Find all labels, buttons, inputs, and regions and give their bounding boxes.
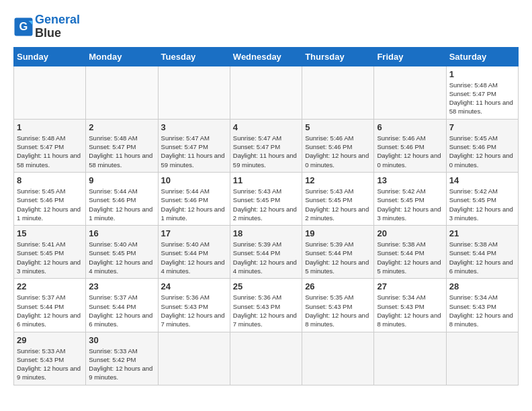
daylight-label: Daylight: 12 hours and 6 minutes. bbox=[17, 312, 81, 328]
day-info: Sunrise: 5:33 AM Sunset: 5:43 PM Dayligh… bbox=[17, 347, 83, 382]
calendar-day-cell: 11 Sunrise: 5:43 AM Sunset: 5:45 PM Dayl… bbox=[230, 172, 302, 225]
daylight-label: Daylight: 12 hours and 3 minutes. bbox=[449, 205, 513, 222]
calendar-week-row: 1 Sunrise: 5:48 AM Sunset: 5:47 PM Dayli… bbox=[14, 119, 519, 172]
sunset-label: Sunset: 5:44 PM bbox=[377, 249, 424, 257]
calendar-day-cell: 3 Sunrise: 5:47 AM Sunset: 5:47 PM Dayli… bbox=[158, 119, 230, 172]
header-saturday: Saturday bbox=[446, 47, 518, 66]
day-number: 25 bbox=[233, 281, 299, 291]
calendar-day-cell: 8 Sunrise: 5:45 AM Sunset: 5:46 PM Dayli… bbox=[14, 172, 86, 225]
sunset-label: Sunset: 5:45 PM bbox=[233, 196, 280, 203]
sunset-label: Sunset: 5:44 PM bbox=[305, 249, 352, 257]
day-info: Sunrise: 5:44 AM Sunset: 5:46 PM Dayligh… bbox=[161, 187, 227, 222]
day-info: Sunrise: 5:47 AM Sunset: 5:47 PM Dayligh… bbox=[233, 134, 299, 169]
sunrise-label: Sunrise: 5:43 AM bbox=[233, 187, 281, 195]
day-info: Sunrise: 5:41 AM Sunset: 5:45 PM Dayligh… bbox=[17, 240, 83, 275]
sunset-label: Sunset: 5:45 PM bbox=[89, 249, 136, 257]
sunrise-label: Sunrise: 5:37 AM bbox=[17, 293, 65, 301]
sunrise-label: Sunrise: 5:33 AM bbox=[89, 347, 137, 355]
day-info: Sunrise: 5:39 AM Sunset: 5:44 PM Dayligh… bbox=[305, 240, 371, 275]
daylight-label: Daylight: 12 hours and 4 minutes. bbox=[89, 259, 152, 275]
daylight-label: Daylight: 12 hours and 4 minutes. bbox=[233, 259, 297, 275]
day-number: 7 bbox=[449, 122, 515, 132]
sunrise-label: Sunrise: 5:48 AM bbox=[449, 81, 498, 89]
day-number: 12 bbox=[305, 175, 371, 185]
sunrise-label: Sunrise: 5:44 AM bbox=[89, 187, 137, 195]
sunrise-label: Sunrise: 5:36 AM bbox=[161, 293, 210, 301]
sunset-label: Sunset: 5:47 PM bbox=[449, 90, 496, 97]
sunset-label: Sunset: 5:44 PM bbox=[161, 249, 208, 257]
day-info: Sunrise: 5:48 AM Sunset: 5:47 PM Dayligh… bbox=[89, 134, 154, 169]
svg-text:G: G bbox=[19, 19, 28, 32]
sunset-label: Sunset: 5:43 PM bbox=[17, 356, 64, 363]
logo-text: General Blue bbox=[35, 13, 80, 40]
header-friday: Friday bbox=[374, 47, 446, 66]
sunrise-label: Sunrise: 5:42 AM bbox=[449, 187, 498, 195]
sunrise-label: Sunrise: 5:42 AM bbox=[377, 187, 425, 195]
day-number: 1 bbox=[17, 122, 83, 132]
calendar-day-cell: 15 Sunrise: 5:41 AM Sunset: 5:45 PM Dayl… bbox=[14, 226, 86, 279]
logo-icon: G bbox=[13, 17, 34, 37]
day-number: 10 bbox=[161, 175, 227, 185]
sunset-label: Sunset: 5:47 PM bbox=[233, 143, 280, 150]
daylight-label: Daylight: 11 hours and 58 minutes. bbox=[17, 152, 81, 168]
sunrise-label: Sunrise: 5:48 AM bbox=[17, 134, 65, 142]
day-info: Sunrise: 5:44 AM Sunset: 5:46 PM Dayligh… bbox=[89, 187, 154, 222]
sunset-label: Sunset: 5:47 PM bbox=[89, 143, 136, 150]
sunset-label: Sunset: 5:46 PM bbox=[17, 196, 64, 203]
daylight-label: Daylight: 12 hours and 8 minutes. bbox=[305, 312, 369, 328]
day-number: 15 bbox=[17, 228, 83, 238]
calendar-day-cell: 16 Sunrise: 5:40 AM Sunset: 5:45 PM Dayl… bbox=[86, 226, 158, 279]
sunset-label: Sunset: 5:45 PM bbox=[305, 196, 352, 203]
day-number: 1 bbox=[449, 69, 515, 79]
day-number: 29 bbox=[17, 335, 83, 345]
day-info: Sunrise: 5:33 AM Sunset: 5:42 PM Dayligh… bbox=[89, 347, 154, 382]
daylight-label: Daylight: 12 hours and 2 minutes. bbox=[305, 205, 369, 222]
header-wednesday: Wednesday bbox=[230, 47, 302, 66]
day-number: 23 bbox=[89, 281, 154, 291]
sunset-label: Sunset: 5:44 PM bbox=[89, 303, 136, 310]
daylight-label: Daylight: 12 hours and 4 minutes. bbox=[161, 259, 225, 275]
daylight-label: Daylight: 12 hours and 1 minute. bbox=[161, 205, 225, 222]
day-number: 3 bbox=[161, 122, 227, 132]
day-number: 30 bbox=[89, 335, 154, 345]
header-sunday: Sunday bbox=[14, 47, 86, 66]
day-number: 26 bbox=[305, 281, 371, 291]
day-info: Sunrise: 5:40 AM Sunset: 5:44 PM Dayligh… bbox=[161, 240, 227, 275]
sunset-label: Sunset: 5:44 PM bbox=[17, 303, 64, 310]
sunrise-label: Sunrise: 5:39 AM bbox=[305, 240, 353, 248]
daylight-label: Daylight: 12 hours and 0 minutes. bbox=[377, 152, 441, 168]
day-info: Sunrise: 5:39 AM Sunset: 5:44 PM Dayligh… bbox=[233, 240, 299, 275]
daylight-label: Daylight: 12 hours and 0 minutes. bbox=[305, 152, 369, 168]
calendar-day-cell: 6 Sunrise: 5:46 AM Sunset: 5:46 PM Dayli… bbox=[374, 119, 446, 172]
sunrise-label: Sunrise: 5:47 AM bbox=[233, 134, 281, 142]
sunrise-label: Sunrise: 5:36 AM bbox=[233, 293, 281, 301]
sunrise-label: Sunrise: 5:45 AM bbox=[17, 187, 65, 195]
calendar-day-cell bbox=[230, 66, 302, 119]
sunrise-label: Sunrise: 5:39 AM bbox=[233, 240, 281, 248]
calendar-day-cell: 30 Sunrise: 5:33 AM Sunset: 5:42 PM Dayl… bbox=[86, 332, 158, 385]
day-number: 24 bbox=[161, 281, 227, 291]
daylight-label: Daylight: 11 hours and 59 minutes. bbox=[161, 152, 225, 168]
calendar-day-cell bbox=[446, 332, 518, 385]
sunrise-label: Sunrise: 5:37 AM bbox=[89, 293, 137, 301]
day-number: 21 bbox=[449, 228, 515, 238]
daylight-label: Daylight: 12 hours and 6 minutes. bbox=[89, 312, 152, 328]
daylight-label: Daylight: 12 hours and 3 minutes. bbox=[17, 259, 81, 275]
daylight-label: Daylight: 12 hours and 2 minutes. bbox=[233, 205, 297, 222]
day-info: Sunrise: 5:42 AM Sunset: 5:45 PM Dayligh… bbox=[449, 187, 515, 222]
sunset-label: Sunset: 5:47 PM bbox=[161, 143, 208, 150]
day-info: Sunrise: 5:36 AM Sunset: 5:43 PM Dayligh… bbox=[233, 293, 299, 328]
sunrise-label: Sunrise: 5:35 AM bbox=[305, 293, 353, 301]
day-info: Sunrise: 5:42 AM Sunset: 5:45 PM Dayligh… bbox=[377, 187, 443, 222]
sunset-label: Sunset: 5:43 PM bbox=[233, 303, 280, 310]
day-info: Sunrise: 5:45 AM Sunset: 5:46 PM Dayligh… bbox=[17, 187, 83, 222]
sunset-label: Sunset: 5:46 PM bbox=[305, 143, 352, 150]
calendar-day-cell: 21 Sunrise: 5:38 AM Sunset: 5:44 PM Dayl… bbox=[446, 226, 518, 279]
calendar-day-cell: 27 Sunrise: 5:34 AM Sunset: 5:43 PM Dayl… bbox=[374, 279, 446, 332]
sunset-label: Sunset: 5:46 PM bbox=[89, 196, 136, 203]
calendar-day-cell: 29 Sunrise: 5:33 AM Sunset: 5:43 PM Dayl… bbox=[14, 332, 86, 385]
daylight-label: Daylight: 11 hours and 58 minutes. bbox=[449, 99, 513, 115]
day-info: Sunrise: 5:37 AM Sunset: 5:44 PM Dayligh… bbox=[89, 293, 154, 328]
day-info: Sunrise: 5:48 AM Sunset: 5:47 PM Dayligh… bbox=[17, 134, 83, 169]
day-info: Sunrise: 5:40 AM Sunset: 5:45 PM Dayligh… bbox=[89, 240, 154, 275]
